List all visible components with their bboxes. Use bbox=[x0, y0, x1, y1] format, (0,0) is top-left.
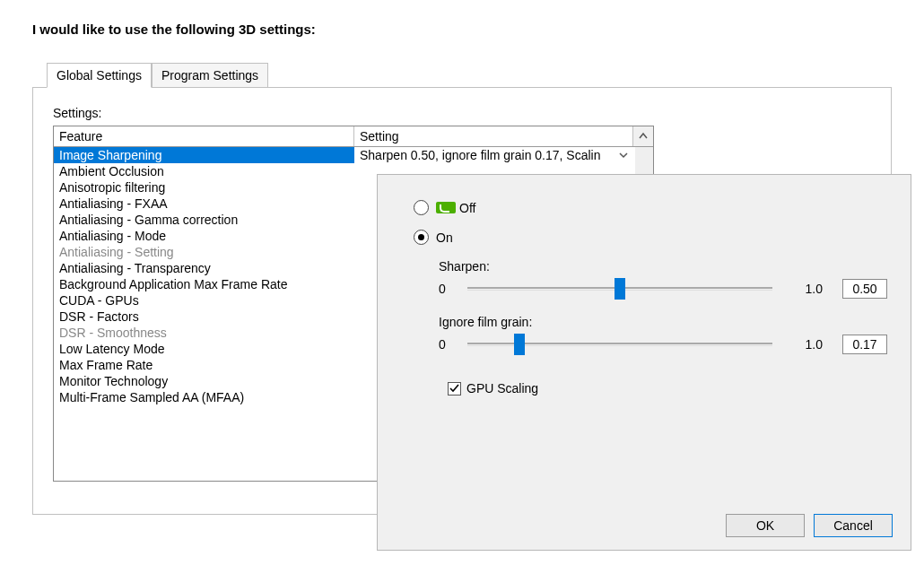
sharpening-popup: Off On Sharpen: 0 1.0 0.50 Ignore film g… bbox=[377, 174, 911, 551]
tab-global-settings[interactable]: Global Settings bbox=[47, 63, 152, 88]
feature-cell: Max Frame Rate bbox=[54, 357, 354, 373]
feature-cell: Low Latency Mode bbox=[54, 341, 354, 357]
setting-cell[interactable]: Sharpen 0.50, ignore film grain 0.17, Sc… bbox=[354, 147, 635, 163]
feature-cell: Antialiasing - Gamma correction bbox=[54, 212, 354, 228]
feature-cell: DSR - Smoothness bbox=[54, 325, 354, 341]
feature-cell: Multi-Frame Sampled AA (MFAA) bbox=[54, 389, 354, 405]
sharpen-min: 0 bbox=[439, 282, 460, 296]
feature-cell: Background Application Max Frame Rate bbox=[54, 276, 354, 292]
grain-thumb[interactable] bbox=[514, 334, 525, 355]
sharpen-slider[interactable] bbox=[467, 282, 772, 296]
radio-off[interactable] bbox=[414, 200, 429, 215]
sharpen-max: 1.0 bbox=[787, 282, 823, 296]
gpu-scaling-label: GPU Scaling bbox=[466, 381, 538, 396]
feature-cell: Ambient Occlusion bbox=[54, 163, 354, 179]
settings-label: Settings: bbox=[53, 106, 871, 120]
feature-cell: Monitor Technology bbox=[54, 373, 354, 389]
grain-min: 0 bbox=[439, 337, 460, 352]
chevron-up-icon bbox=[639, 132, 648, 141]
page-title: I would like to use the following 3D set… bbox=[32, 22, 892, 37]
tab-bar: Global Settings Program Settings bbox=[47, 62, 892, 87]
feature-cell: Image Sharpening bbox=[54, 147, 354, 163]
chevron-down-icon[interactable] bbox=[617, 151, 630, 160]
column-header-setting[interactable]: Setting bbox=[354, 126, 633, 146]
cancel-button[interactable]: Cancel bbox=[814, 514, 893, 537]
sharpen-value[interactable]: 0.50 bbox=[842, 279, 887, 299]
table-row[interactable]: Image SharpeningSharpen 0.50, ignore fil… bbox=[54, 147, 653, 163]
check-icon bbox=[449, 384, 459, 394]
gpu-scaling-checkbox[interactable] bbox=[448, 382, 461, 396]
setting-text: Sharpen 0.50, ignore film grain 0.17, Sc… bbox=[360, 148, 601, 162]
nvidia-icon bbox=[436, 202, 456, 213]
grain-max: 1.0 bbox=[787, 337, 823, 352]
feature-cell: Anisotropic filtering bbox=[54, 179, 354, 196]
feature-cell: CUDA - GPUs bbox=[54, 292, 354, 309]
feature-cell: Antialiasing - Transparency bbox=[54, 260, 354, 276]
tab-program-settings[interactable]: Program Settings bbox=[152, 63, 268, 88]
ok-button[interactable]: OK bbox=[726, 514, 805, 537]
grain-slider[interactable] bbox=[467, 337, 772, 352]
sharpen-thumb[interactable] bbox=[615, 278, 625, 300]
radio-on-label: On bbox=[436, 230, 453, 245]
grain-value[interactable]: 0.17 bbox=[842, 335, 887, 354]
grain-label: Ignore film grain: bbox=[439, 315, 887, 329]
feature-cell: Antialiasing - FXAA bbox=[54, 196, 354, 212]
feature-cell: Antialiasing - Mode bbox=[54, 228, 354, 244]
column-header-feature[interactable]: Feature bbox=[54, 126, 354, 146]
scroll-up-button[interactable] bbox=[633, 126, 653, 146]
feature-cell: Antialiasing - Setting bbox=[54, 244, 354, 260]
feature-cell: DSR - Factors bbox=[54, 309, 354, 325]
sharpen-label: Sharpen: bbox=[439, 259, 887, 274]
radio-off-label: Off bbox=[459, 201, 475, 215]
radio-on[interactable] bbox=[414, 230, 429, 245]
